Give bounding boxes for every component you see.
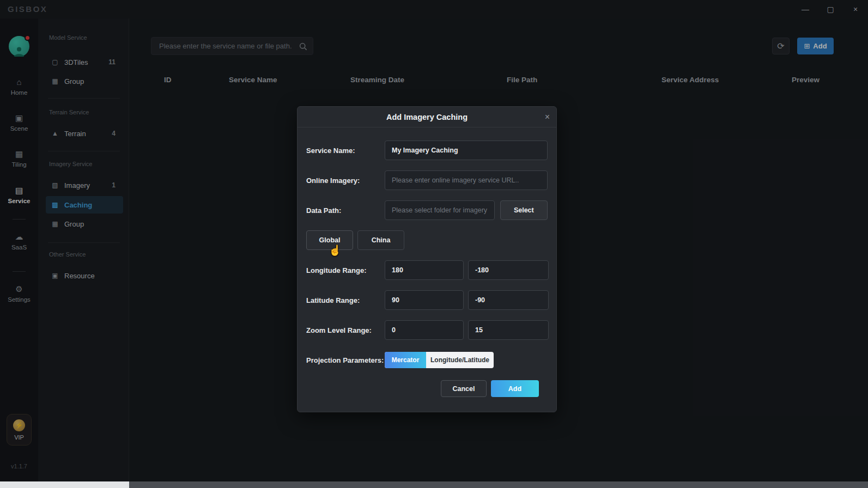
add-imagery-caching-modal: Add Imagery Caching × Service Name: Onli… bbox=[297, 106, 557, 412]
latitude-range-row: Latitude Range: bbox=[306, 290, 548, 310]
select-folder-button[interactable]: Select bbox=[500, 200, 548, 220]
mouse-cursor: ☝ bbox=[329, 244, 342, 257]
modal-header: Add Imagery Caching × bbox=[298, 107, 556, 127]
modal-footer: Cancel Add bbox=[306, 380, 548, 397]
modal-close-icon[interactable]: × bbox=[545, 107, 550, 127]
service-name-input[interactable] bbox=[385, 141, 548, 160]
longitude-range-row: Longitude Range: bbox=[306, 260, 548, 280]
projection-parameters-row: Projection Parameters: Mercator Longitud… bbox=[306, 350, 548, 370]
data-path-input[interactable] bbox=[385, 200, 495, 220]
data-path-row: Data Path: Select bbox=[306, 200, 548, 220]
online-imagery-input[interactable] bbox=[385, 170, 548, 190]
longitude-max-input[interactable] bbox=[468, 260, 549, 280]
latitude-max-input[interactable] bbox=[468, 290, 549, 310]
modal-body: Service Name: Online Imagery: Data Path:… bbox=[298, 127, 556, 397]
horizontal-scrollbar[interactable] bbox=[0, 481, 868, 488]
online-imagery-row: Online Imagery: bbox=[306, 170, 548, 190]
modal-title: Add Imagery Caching bbox=[386, 113, 468, 121]
zoom-level-range-label: Zoom Level Range: bbox=[306, 326, 385, 334]
service-name-label: Service Name: bbox=[306, 147, 385, 155]
latitude-min-input[interactable] bbox=[385, 290, 464, 310]
app-window: GISBOX — ▢ × ⌂ Home ▣ Scene ▦ Tiling bbox=[0, 0, 868, 488]
longitude-min-input[interactable] bbox=[385, 260, 464, 280]
data-path-label: Data Path: bbox=[306, 206, 385, 215]
service-name-row: Service Name: bbox=[306, 141, 548, 160]
zoom-max-input[interactable] bbox=[468, 320, 549, 340]
zoom-level-range-row: Zoom Level Range: bbox=[306, 320, 548, 340]
longitude-latitude-option[interactable]: Longitude/Latitude bbox=[426, 352, 494, 368]
online-imagery-label: Online Imagery: bbox=[306, 176, 385, 185]
china-button[interactable]: China bbox=[357, 230, 404, 250]
zoom-min-input[interactable] bbox=[385, 320, 464, 340]
region-row: Global China bbox=[306, 230, 548, 250]
cancel-button[interactable]: Cancel bbox=[441, 380, 487, 397]
projection-parameters-label: Projection Parameters: bbox=[306, 356, 385, 364]
projection-segmented-control: Mercator Longitude/Latitude bbox=[385, 352, 494, 368]
scrollbar-thumb[interactable] bbox=[0, 481, 129, 488]
modal-add-button[interactable]: Add bbox=[491, 380, 539, 397]
latitude-range-label: Latitude Range: bbox=[306, 296, 385, 304]
longitude-range-label: Longitude Range: bbox=[306, 266, 385, 274]
mercator-option[interactable]: Mercator bbox=[385, 352, 426, 368]
